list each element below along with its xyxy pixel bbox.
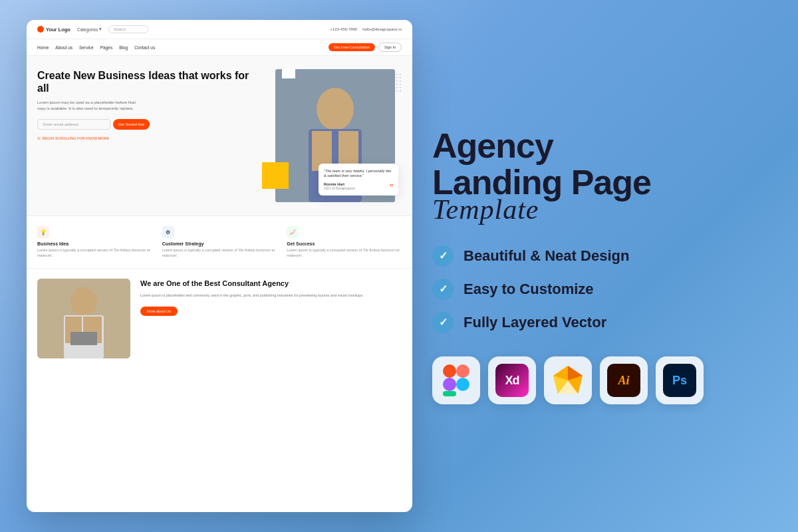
check-icon-3: ✓ [439, 317, 448, 328]
success-icon: 📈 [287, 226, 299, 238]
hero-section: Create New Business Ideas that works for… [27, 56, 412, 215]
testimonial-text: "The team is very helpful. I personally … [324, 169, 393, 179]
svg-rect-12 [456, 364, 469, 378]
feature-business: 💡 Business Idea Lorem ipsum is typically… [37, 226, 152, 258]
scroll-hint: ⊙ BEGIN SCROLLING FOR KNOW MORE [37, 136, 262, 140]
svg-rect-14 [443, 391, 456, 396]
yellow-block [262, 162, 289, 189]
check-circle-1: ✓ [432, 245, 454, 267]
xd-icon: Xd [488, 356, 536, 404]
navbar-right: +123-456-7890 hello@designspace.io [330, 27, 402, 31]
testimonial-role: CEO of Designspace [324, 186, 393, 190]
feature-text-2: Easy to Customize [464, 281, 594, 298]
more-about-btn[interactable]: More about Us [140, 307, 178, 316]
quote-icon: " [390, 183, 393, 192]
ps-label: Ps [672, 374, 687, 388]
consultant-image [37, 279, 130, 358]
title-line1: Agency [432, 128, 751, 164]
feature-strategy-title: Customer Strategy [162, 241, 277, 246]
svg-rect-13 [443, 378, 456, 391]
signin-btn[interactable]: Sign In [378, 43, 402, 52]
app-icons-row: Xd Ai Ps [432, 356, 751, 404]
svg-point-15 [456, 378, 469, 391]
consultation-btn[interactable]: Get Free Consultation [329, 43, 375, 51]
about-section: We are One of the Best Consultant Agency… [27, 268, 412, 368]
illustrator-icon: Ai [600, 356, 648, 404]
sketch-icon [544, 356, 592, 404]
nav-home[interactable]: Home [37, 45, 49, 50]
top-navbar: Your Logo Categories ▾ Search +123-456-7… [27, 20, 412, 39]
ai-label: Ai [618, 374, 629, 388]
nav-menu: Home About us Service Pages Blog Contact… [27, 39, 412, 56]
logo: Your Logo [37, 26, 70, 33]
svg-point-1 [317, 88, 354, 130]
info-panel: Agency Landing Page Template ✓ Beautiful… [412, 114, 771, 418]
website-mockup: Your Logo Categories ▾ Search +123-456-7… [27, 20, 412, 512]
email-input[interactable]: Enter email address [37, 119, 110, 130]
categories-btn[interactable]: Categories ▾ [77, 27, 102, 32]
nav-service[interactable]: Service [79, 45, 94, 50]
logo-text: Your Logo [46, 27, 70, 33]
about-content: We are One of the Best Consultant Agency… [140, 279, 402, 316]
feature-success: 📈 Get Success Lorem ipsum is typically a… [287, 226, 402, 258]
hero-form: Enter email address Get Started free [37, 119, 262, 130]
nav-contact[interactable]: Contact us [134, 45, 155, 50]
feature-row-3: ✓ Fully Layered Vector [432, 312, 751, 333]
strategy-icon: ⚙ [162, 226, 174, 238]
white-block [282, 69, 295, 78]
svg-point-6 [70, 287, 97, 317]
check-circle-2: ✓ [432, 279, 454, 300]
nav-pages[interactable]: Pages [100, 45, 112, 50]
feature-strategy-desc: Lorem ipsum is typically a corrupted ver… [162, 248, 277, 258]
feature-text-3: Fully Layered Vector [464, 314, 606, 331]
hero-right: "The team is very helpful. I personally … [269, 69, 402, 202]
email-text: hello@designspace.io [362, 27, 402, 31]
svg-rect-10 [70, 332, 97, 345]
feature-success-desc: Lorem ipsum is typically a corrupted ver… [287, 248, 402, 258]
svg-rect-11 [443, 364, 456, 378]
xd-label: Xd [505, 374, 519, 388]
features-section: 💡 Business Idea Lorem ipsum is typically… [27, 215, 412, 268]
hero-left: Create New Business Ideas that works for… [37, 69, 262, 202]
main-title-block: Agency Landing Page Template [432, 128, 751, 225]
feature-business-title: Business Idea [37, 241, 152, 246]
photoshop-icon: Ps [656, 356, 704, 404]
xd-icon-inner: Xd [495, 364, 529, 397]
nav-blog[interactable]: Blog [119, 45, 128, 50]
ai-icon-inner: Ai [607, 364, 640, 397]
search-bar[interactable]: Search [108, 25, 148, 33]
feature-row-2: ✓ Easy to Customize [432, 279, 751, 300]
nav-about[interactable]: About us [55, 45, 72, 50]
hero-desc: Lorem ipsum may be used as a placeholder… [37, 100, 144, 111]
feature-success-title: Get Success [287, 241, 402, 246]
navbar-left: Your Logo Categories ▾ Search [37, 25, 148, 33]
get-started-btn[interactable]: Get Started free [113, 119, 150, 130]
about-desc: Lorem ipsum is placeholder text commonly… [140, 293, 402, 298]
nav-links: Home About us Service Pages Blog Contact… [37, 45, 155, 50]
ps-icon-inner: Ps [663, 364, 696, 397]
feature-row-1: ✓ Beautiful & Neat Design [432, 245, 751, 267]
check-circle-3: ✓ [432, 312, 454, 333]
feature-strategy: ⚙ Customer Strategy Lorem ipsum is typic… [162, 226, 277, 258]
check-icon-2: ✓ [439, 284, 448, 295]
feature-text-1: Beautiful & Neat Design [464, 247, 629, 265]
hero-title: Create New Business Ideas that works for… [37, 69, 262, 94]
phone-text: +123-456-7890 [330, 27, 357, 31]
figma-icon [432, 356, 480, 404]
business-icon: 💡 [37, 226, 49, 238]
logo-icon [37, 26, 44, 33]
testimonial-card: "The team is very helpful. I personally … [319, 164, 398, 196]
about-title: We are One of the Best Consultant Agency [140, 279, 402, 288]
check-icon-1: ✓ [439, 251, 448, 261]
feature-business-desc: Lorem ipsum is typically a corrupted ver… [37, 248, 152, 258]
info-features-list: ✓ Beautiful & Neat Design ✓ Easy to Cust… [432, 245, 751, 333]
nav-buttons: Get Free Consultation Sign In [329, 43, 402, 52]
